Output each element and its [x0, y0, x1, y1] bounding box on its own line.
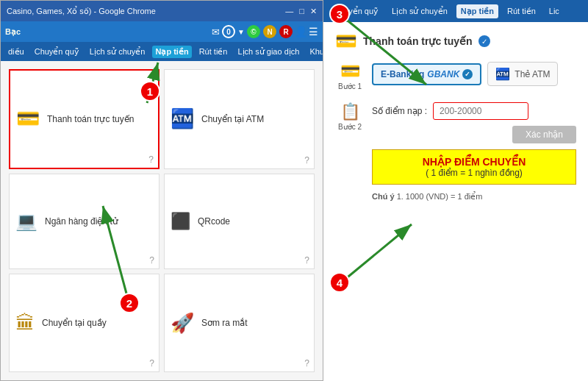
- verified-badge: ✓: [478, 35, 490, 47]
- ebanking-selected-icon: ✓: [462, 69, 473, 79]
- atm-transfer-label: Chuyển tại ATM: [201, 114, 264, 124]
- confirm-button[interactable]: Xác nhận: [512, 126, 576, 143]
- step1-icon: 💳: [340, 62, 360, 81]
- qr-icon: ⬛: [171, 212, 190, 231]
- note-section: Chú ý 1. 1000 (VND) = 1 điểm: [372, 192, 576, 202]
- launch-label: Sơm ra mắt: [201, 318, 248, 328]
- payment-qr[interactable]: ⬛ QRcode ?: [164, 174, 315, 270]
- right-nav-lich-su[interactable]: Lịch sử chuyển: [387, 4, 452, 18]
- right-nav-lic[interactable]: Lic: [545, 4, 564, 18]
- nav-diieu[interactable]: diều: [5, 46, 27, 58]
- site-nav: diều Chuyển quỹ Lịch sử chuyển Nạp tiền …: [1, 42, 323, 61]
- n-badge: N: [263, 25, 276, 38]
- site-topbar: Bạc ✉ 0 ▼ © N R 👤 ☰: [1, 21, 323, 42]
- bank-selector: E-Banking GBANK ✓ 🏧 Thẻ ATM: [372, 62, 576, 86]
- right-panel: Chuyển quỹ Lịch sử chuyển Nạp tiền Rút t…: [323, 0, 588, 381]
- right-nav-nap-tien[interactable]: Nạp tiền: [456, 4, 498, 18]
- qr-label: QRcode: [198, 216, 230, 227]
- atm-button[interactable]: 🏧 Thẻ ATM: [487, 62, 558, 86]
- nav-khuyen-ma[interactable]: Khuyến mã: [306, 46, 323, 58]
- payment-counter[interactable]: 🏛 Chuyển tại quầy ?: [9, 274, 159, 372]
- username-label: Bạc: [5, 27, 21, 37]
- section-title-text: Thanh toán trực tuyến: [363, 35, 473, 47]
- note-text: 1. 1000 (VND) = 1 điểm: [397, 192, 483, 201]
- ebank-help-icon[interactable]: ?: [149, 255, 154, 266]
- points-input-field[interactable]: [433, 102, 528, 120]
- section-title-icon: 💳: [335, 31, 357, 51]
- mail-icon: ✉: [212, 26, 220, 38]
- atm-button-label: Thẻ ATM: [514, 69, 550, 79]
- c-badge: ©: [247, 25, 260, 38]
- browser-window: Casino, Games, Xổ số) - Google Chrome — …: [0, 0, 323, 381]
- payment-launch[interactable]: 🚀 Sơm ra mắt ?: [164, 274, 315, 372]
- right-content-area: 💳 Thanh toán trực tuyến ✓ 💳 Bước 1 E-Ban…: [323, 22, 588, 381]
- atm-transfer-icon: 🏧: [171, 107, 194, 130]
- step2-row: 📋 Bước 2 Số điểm nạp : Xác nhận NHẬP ĐIỂ…: [335, 102, 576, 202]
- yellow-callout: NHẬP ĐIỂM CHUYỂN ( 1 điểm = 1 nghìn đồng…: [372, 149, 576, 185]
- counter-label: Chuyển tại quầy: [42, 318, 107, 328]
- callout-subtitle: ( 1 điểm = 1 nghìn đồng): [380, 168, 568, 178]
- atm-card-icon: 🏧: [495, 67, 510, 81]
- payment-online[interactable]: 💳 Thanh toán trực tuyến ?: [9, 69, 159, 169]
- step2-icon-col: 📋 Bước 2: [335, 102, 365, 131]
- step1-icon-col: 💳 Bước 1: [335, 62, 365, 90]
- step2-content: Số điểm nạp : Xác nhận NHẬP ĐIỂM CHUYỂN …: [372, 102, 576, 202]
- note-label: Chú ý: [372, 192, 395, 201]
- maximize-button[interactable]: □: [299, 7, 304, 16]
- payment-ebank[interactable]: 💻 Ngân hàng điện tử ?: [9, 174, 159, 270]
- points-input-label: Số điểm nạp :: [372, 106, 427, 116]
- window-controls[interactable]: — □ ✕: [285, 7, 317, 16]
- right-nav-chuyen-quy[interactable]: Chuyển quỹ: [329, 4, 383, 18]
- counter-icon: 🏛: [15, 312, 35, 335]
- browser-titlebar: Casino, Games, Xổ số) - Google Chrome — …: [1, 1, 323, 21]
- notification-count[interactable]: 0: [222, 25, 235, 38]
- launch-help-icon[interactable]: ?: [304, 358, 309, 368]
- minimize-button[interactable]: —: [285, 7, 293, 16]
- payment-grid: 💳 Thanh toán trực tuyến ? 🏧 Chuyển tại A…: [1, 61, 323, 380]
- payment-atm-transfer[interactable]: 🏧 Chuyển tại ATM ?: [164, 69, 315, 169]
- ebanking-button[interactable]: E-Banking GBANK ✓: [372, 63, 481, 85]
- qr-help-icon[interactable]: ?: [304, 255, 309, 266]
- right-site-nav: Chuyển quỹ Lịch sử chuyển Nạp tiền Rút t…: [323, 0, 588, 22]
- online-payment-icon: 💳: [16, 107, 40, 130]
- nav-lich-su[interactable]: Lịch sử chuyển: [87, 46, 148, 58]
- nav-chuyen-quy[interactable]: Chuyển quỹ: [32, 46, 82, 58]
- ebank-label: Ngân hàng điện tử: [45, 216, 118, 227]
- ebanking-label-e: E-Banking: [381, 69, 424, 79]
- nav-nap-tien[interactable]: Nạp tiền: [152, 46, 191, 58]
- menu-icon[interactable]: ☰: [309, 26, 318, 38]
- points-input-row: Số điểm nạp :: [372, 102, 576, 120]
- ebanking-label-g: GBANK: [427, 69, 459, 79]
- step1-content: E-Banking GBANK ✓ 🏧 Thẻ ATM: [372, 62, 576, 86]
- step1-label: Bước 1: [338, 82, 362, 90]
- atm-transfer-help-icon[interactable]: ?: [304, 155, 309, 165]
- nav-lich-su-gd[interactable]: Lịch sử giao dịch: [234, 46, 302, 58]
- section-title-row: 💳 Thanh toán trực tuyến ✓: [335, 31, 576, 51]
- step1-row: 💳 Bước 1 E-Banking GBANK ✓ 🏧 Thẻ ATM: [335, 62, 576, 90]
- counter-help-icon[interactable]: ?: [149, 358, 154, 368]
- launch-icon: 🚀: [171, 312, 194, 335]
- ebank-icon: 💻: [15, 211, 37, 232]
- browser-tab-title: Casino, Games, Xổ số) - Google Chrome: [7, 7, 156, 16]
- step2-icon: 📋: [340, 102, 360, 121]
- nav-rut-tien[interactable]: Rút tiền: [196, 46, 231, 58]
- r-badge: R: [279, 25, 293, 38]
- close-button[interactable]: ✕: [310, 7, 317, 16]
- callout-title: NHẬP ĐIỂM CHUYỂN: [380, 156, 568, 168]
- right-nav-rut-tien[interactable]: Rút tiền: [503, 4, 540, 18]
- step2-label: Bước 2: [338, 123, 362, 131]
- online-payment-label: Thanh toán trực tuyến: [47, 114, 134, 124]
- user-icon[interactable]: 👤: [295, 26, 307, 38]
- dropdown-arrow[interactable]: ▼: [237, 28, 245, 36]
- online-help-icon[interactable]: ?: [148, 154, 154, 165]
